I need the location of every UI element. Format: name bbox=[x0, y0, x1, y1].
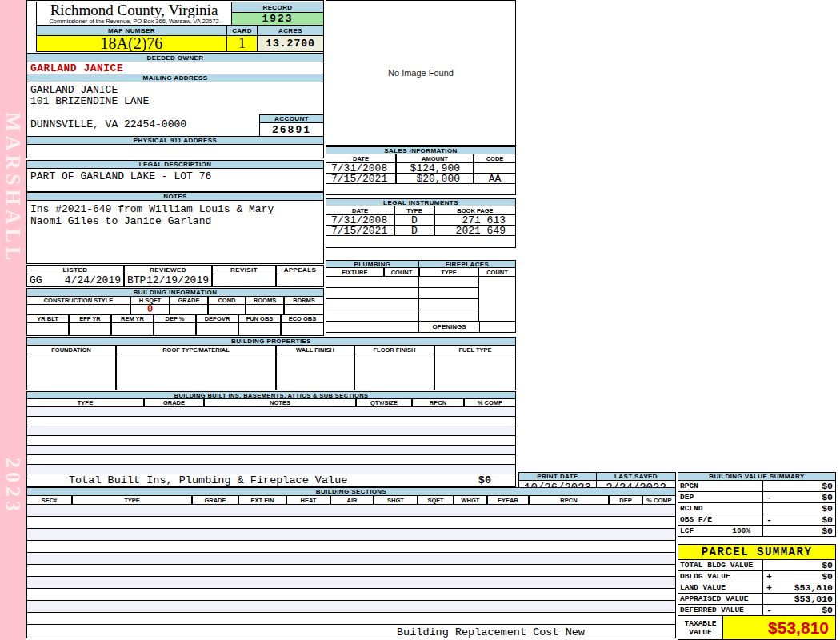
building-info-vals-1: 0 bbox=[26, 304, 324, 315]
photo-placeholder: No Image Found bbox=[326, 0, 516, 146]
county-title-box: Richmond County, Virginia Commissioner o… bbox=[36, 2, 232, 26]
openings-value bbox=[479, 321, 516, 333]
bvs-value: $0 bbox=[822, 503, 835, 514]
bvs-value: $0 bbox=[822, 514, 835, 525]
roof-value bbox=[116, 354, 276, 390]
review-value-row: GG4/24/2019 BTP12/19/2019 bbox=[26, 274, 324, 287]
bvs-label: RPCN bbox=[678, 480, 762, 492]
record-header: RECORD bbox=[231, 2, 324, 13]
col-fireplace-count: COUNT bbox=[478, 267, 516, 277]
commissioner-line: Commissioner of the Revenue, PO Box 366,… bbox=[37, 18, 231, 25]
card-value: 1 bbox=[226, 35, 258, 52]
parcel-value: $0 bbox=[822, 571, 835, 582]
record-value: 1923 bbox=[231, 12, 324, 26]
parcel-label: LAND VALUE bbox=[678, 582, 762, 594]
bvs-value: $0 bbox=[822, 481, 835, 491]
mail-line-1: GARLAND JANICE bbox=[30, 84, 118, 96]
building-properties-vals bbox=[26, 354, 516, 390]
sales-row: 7/15/2021 $20,000 AA bbox=[326, 173, 516, 184]
sale-date: 7/15/2021 bbox=[326, 173, 396, 184]
bvs-label-extra: 100% bbox=[732, 526, 750, 535]
parcel-label: APPRAISED VALUE bbox=[678, 593, 762, 605]
parcel-row: LAND VALUE +$53,810 bbox=[678, 582, 836, 594]
bvs-operator: - bbox=[763, 492, 772, 502]
county-title: Richmond County, Virginia bbox=[37, 2, 231, 18]
fireplace-empty-row bbox=[418, 276, 479, 288]
empty-cell bbox=[196, 322, 238, 336]
building-info-vals-2 bbox=[26, 322, 324, 336]
listed-value: GG4/24/2019 bbox=[26, 274, 124, 287]
bvs-label: DEP bbox=[678, 491, 762, 503]
parcel-label: DEFERRED VALUE bbox=[678, 604, 762, 616]
parcel-value-cell: -$0 bbox=[762, 604, 836, 616]
foundation-value bbox=[26, 354, 116, 390]
empty-cell bbox=[111, 322, 154, 336]
parcel-label: OBLDG VALUE bbox=[678, 570, 762, 582]
hsqft-value: 0 bbox=[130, 304, 170, 315]
plumbing-empty-row bbox=[326, 298, 419, 310]
reviewed-by: BTP bbox=[127, 274, 146, 286]
parcel-value: $0 bbox=[822, 560, 835, 570]
building-sections-empty-row bbox=[26, 576, 676, 589]
bvs-row: LCF100% $0 bbox=[678, 525, 836, 537]
building-sections-empty-row bbox=[26, 504, 676, 517]
account-value: 26891 bbox=[259, 122, 324, 137]
revisit-value bbox=[212, 274, 276, 287]
wall-finish-value bbox=[276, 354, 354, 390]
acres-value: 13.2700 bbox=[257, 35, 324, 52]
physical-address-value bbox=[26, 144, 324, 158]
bvs-row: OBS F/E -$0 bbox=[678, 514, 836, 526]
parcel-value: $0 bbox=[822, 605, 835, 615]
parcel-value-cell: $0 bbox=[762, 559, 836, 571]
building-sections-empty-row bbox=[26, 564, 676, 577]
plumbing-empty-row bbox=[326, 287, 419, 299]
parcel-row: DEFERRED VALUE -$0 bbox=[678, 604, 836, 616]
openings-label: OPENINGS bbox=[418, 321, 480, 333]
legal-description-value: PART OF GARLAND LAKE - LOT 76 bbox=[26, 168, 324, 192]
building-sections-empty-row bbox=[26, 528, 676, 541]
bvs-label-text: LCF bbox=[680, 526, 694, 535]
fireplace-empty-row bbox=[418, 310, 479, 322]
bvs-row: RCLND $0 bbox=[678, 502, 836, 514]
bvs-value-cell: $0 bbox=[762, 502, 836, 514]
parcel-row: OBLDG VALUE +$0 bbox=[678, 570, 836, 582]
bvs-value-cell: $0 bbox=[762, 525, 836, 537]
parcel-label: TOTAL BLDG VALUE bbox=[678, 559, 762, 571]
grade-value bbox=[170, 304, 208, 315]
mail-line-2: 101 BRIZENDINE LANE bbox=[30, 95, 149, 107]
listed-date: 4/24/2019 bbox=[65, 274, 121, 286]
bvs-label-text: OBS F/E bbox=[680, 515, 712, 524]
bvs-label-text: RCLND bbox=[680, 504, 703, 513]
empty-cell bbox=[238, 322, 281, 336]
vendor-vertical-label: MARSHALL bbox=[1, 112, 25, 264]
parcel-summary-header: PARCEL SUMMARY bbox=[678, 544, 836, 560]
floor-finish-value bbox=[354, 354, 434, 390]
bvs-value-cell: -$0 bbox=[762, 491, 836, 503]
sale-amount: $20,000 bbox=[396, 173, 474, 184]
taxable-value-label-cell: TAXABLE VALUE bbox=[678, 615, 723, 640]
cond-value bbox=[208, 304, 246, 315]
building-sections-empty-row bbox=[26, 552, 676, 565]
bvs-label: RCLND bbox=[678, 502, 762, 514]
sale-code: AA bbox=[474, 173, 516, 184]
deeded-owner-value: GARLAND JANICE bbox=[26, 62, 324, 74]
sales-empty-row bbox=[326, 183, 516, 195]
building-sections-footer-row: Building Replacement Cost New bbox=[26, 624, 676, 638]
built-ins-total-value: $0 bbox=[478, 474, 491, 486]
card-header: CARD bbox=[226, 25, 258, 36]
plumbing-empty-row bbox=[326, 276, 419, 288]
instrument-type: D bbox=[394, 225, 434, 236]
fuel-type-value bbox=[434, 354, 516, 390]
mail-line-3: DUNNSVILLE, VA 22454-0000 bbox=[30, 118, 186, 130]
instrument-row: 7/15/2021 D 2021 649 bbox=[326, 225, 516, 236]
bvs-operator: - bbox=[763, 514, 772, 525]
building-sections-empty-row bbox=[26, 612, 676, 625]
parcel-value: $53,810 bbox=[794, 582, 835, 593]
parcel-value-cell: +$53,810 bbox=[762, 582, 836, 594]
bvs-row: RPCN $0 bbox=[678, 480, 836, 492]
map-number-value: 18A(2)76 bbox=[36, 35, 227, 52]
parcel-row: APPRAISED VALUE $53,810 bbox=[678, 593, 836, 605]
taxable-value: $53,810 bbox=[768, 618, 835, 638]
empty-cell bbox=[26, 322, 69, 336]
construction-style-value bbox=[26, 304, 130, 315]
